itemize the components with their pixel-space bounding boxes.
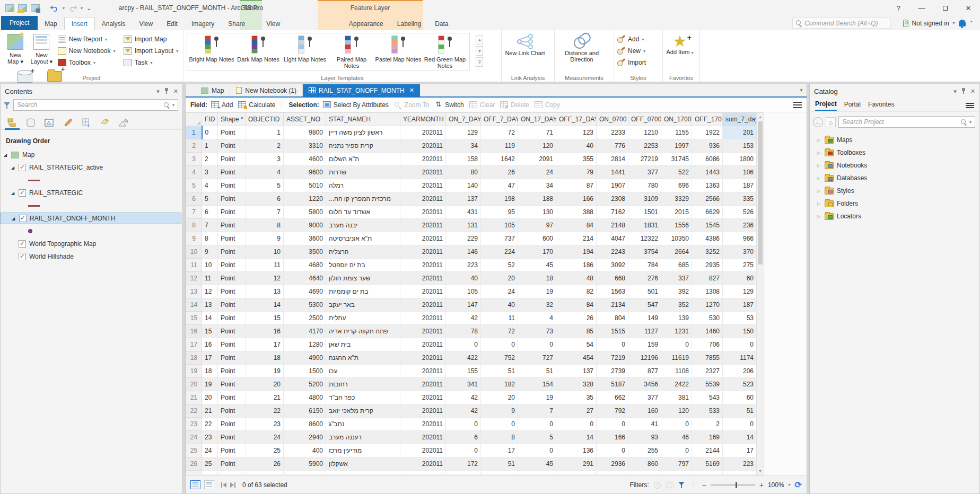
layer-checkbox[interactable] — [19, 253, 26, 260]
help-icon[interactable]: ? — [887, 0, 910, 16]
cell[interactable]: 25 — [246, 444, 284, 457]
vertical-scrollbar[interactable]: ▲ ▼ — [756, 112, 764, 475]
tab-overflow-icon[interactable]: ▼ — [799, 88, 803, 93]
cell[interactable]: 52 — [481, 259, 518, 272]
cell[interactable]: 47 — [481, 179, 518, 192]
cell[interactable]: 153 — [723, 139, 757, 153]
doc-tab-new-notebook-1-[interactable]: New Notebook (1) — [230, 84, 303, 96]
cell[interactable]: 533 — [692, 404, 723, 418]
catalog-search-dropdown-icon[interactable]: ▾ — [969, 120, 972, 125]
cell[interactable]: 42 — [446, 404, 481, 418]
layer-row-world topographic map[interactable]: World Topographic Map — [1, 238, 182, 250]
column-header-off-17-day[interactable]: OFF_17_DAY — [556, 113, 597, 126]
cell[interactable]: 668 — [597, 272, 628, 285]
layer-row-rail_strategic_active[interactable]: ◢RAIL_STRATEGIC_active — [1, 162, 182, 173]
cell[interactable]: 22 — [246, 404, 284, 418]
expand-icon[interactable]: ◢ — [3, 153, 8, 157]
expand-icon[interactable]: ◢ — [10, 165, 15, 170]
cell[interactable]: 2664 — [661, 245, 692, 259]
zoom-percent[interactable]: 100% — [768, 481, 784, 489]
cell[interactable]: 35 — [556, 391, 597, 404]
cell[interactable]: 737 — [481, 232, 518, 245]
cell[interactable]: 48 — [556, 272, 597, 285]
refresh-icon[interactable]: ⟳ — [795, 480, 802, 490]
templates-scroll-down-icon[interactable]: ▼ — [476, 46, 483, 56]
cell[interactable]: 2243 — [597, 245, 628, 259]
table-menu-icon[interactable] — [793, 102, 802, 108]
collapse-ribbon-icon[interactable]: ⌃ — [969, 20, 974, 26]
cell[interactable]: 202011 — [400, 325, 446, 338]
row-number[interactable]: 7 — [186, 206, 202, 219]
cell[interactable]: 1907 — [597, 179, 628, 192]
catalog-tab-portal[interactable]: Portal — [844, 101, 861, 110]
cell[interactable]: 7 — [202, 219, 218, 232]
cell[interactable]: 0 — [446, 444, 481, 457]
cell[interactable]: 3329 — [661, 192, 692, 206]
cell[interactable]: Point — [218, 166, 246, 179]
cell[interactable]: 11 — [202, 272, 218, 285]
cell[interactable]: 353 — [628, 471, 661, 475]
cell[interactable]: Point — [218, 153, 246, 166]
cell[interactable]: 1556 — [661, 219, 692, 232]
cell[interactable]: 547 — [628, 298, 661, 312]
cell[interactable]: Point — [218, 431, 246, 444]
cell[interactable]: 23 — [246, 418, 284, 431]
row-number[interactable]: 16 — [186, 325, 202, 338]
cell[interactable]: 202011 — [400, 272, 446, 285]
cell[interactable]: 93 — [628, 431, 661, 444]
cell[interactable]: 2566 — [692, 192, 723, 206]
layer-row-world hillshade[interactable]: World Hillshade — [1, 251, 182, 262]
cell[interactable]: 187 — [723, 298, 757, 312]
cell[interactable]: 1545 — [692, 219, 723, 232]
cell[interactable]: 202011 — [400, 365, 446, 378]
cell[interactable]: 32 — [518, 298, 556, 312]
cell[interactable]: Point — [218, 444, 246, 457]
cell[interactable]: Point — [218, 338, 246, 351]
cell[interactable]: 2814 — [597, 153, 628, 166]
cell[interactable]: 17 — [723, 444, 757, 457]
cell[interactable]: 543 — [692, 391, 723, 404]
cell[interactable]: 137 — [446, 192, 481, 206]
cell[interactable]: 1831 — [628, 219, 661, 232]
cell[interactable]: 229 — [446, 232, 481, 245]
point-symbol[interactable] — [28, 229, 32, 233]
expand-icon[interactable]: ◢ — [10, 191, 15, 196]
cell[interactable]: שדרות — [326, 166, 400, 179]
expand-icon[interactable]: ▷ — [816, 201, 821, 206]
cell[interactable]: 522 — [661, 166, 692, 179]
cell[interactable]: 18 — [518, 272, 556, 285]
cell[interactable]: 2327 — [692, 365, 723, 378]
cell[interactable]: 80 — [446, 166, 481, 179]
cell[interactable]: 335 — [723, 192, 757, 206]
cell[interactable]: 106 — [723, 166, 757, 179]
cell[interactable]: 16 — [246, 325, 284, 338]
cell[interactable]: 131 — [446, 219, 481, 232]
undo-dropdown-icon[interactable]: ▾ — [63, 6, 65, 11]
tab-analysis[interactable]: Analysis — [95, 17, 133, 30]
cell[interactable]: 202011 — [400, 139, 446, 153]
styles-new-button[interactable]: New ▾ — [617, 46, 646, 56]
cell[interactable]: 202011 — [400, 126, 446, 139]
switch-button[interactable]: Switch — [434, 101, 463, 109]
save-project-icon[interactable] — [31, 4, 40, 12]
notifications-icon[interactable] — [959, 20, 966, 27]
cell[interactable]: 860 — [628, 457, 661, 471]
add-button[interactable]: Add — [211, 101, 233, 109]
cell[interactable]: פתח תקווה קרית אריה — [326, 325, 400, 338]
contents-menu-icon[interactable]: ▾ — [156, 88, 160, 95]
cell[interactable]: 202011 — [400, 391, 446, 404]
cell[interactable]: 9 — [246, 232, 284, 245]
layer-map[interactable]: ◢ Map — [1, 149, 182, 161]
cell[interactable]: 27 — [556, 404, 597, 418]
cell[interactable]: 27219 — [628, 153, 661, 166]
cell[interactable]: אשקלון — [326, 457, 400, 471]
cell[interactable]: 202011 — [400, 431, 446, 444]
cell[interactable]: 9600 — [284, 166, 326, 179]
catalog-item-databases[interactable]: ▷Databases — [810, 172, 979, 184]
cell[interactable]: 6150 — [284, 404, 326, 418]
cell[interactable]: 0 — [202, 126, 218, 139]
cell[interactable]: כפר חב"ד — [326, 391, 400, 404]
cell[interactable]: 355 — [556, 153, 597, 166]
cell[interactable]: 67 — [556, 471, 597, 475]
cell[interactable]: 202011 — [400, 378, 446, 391]
